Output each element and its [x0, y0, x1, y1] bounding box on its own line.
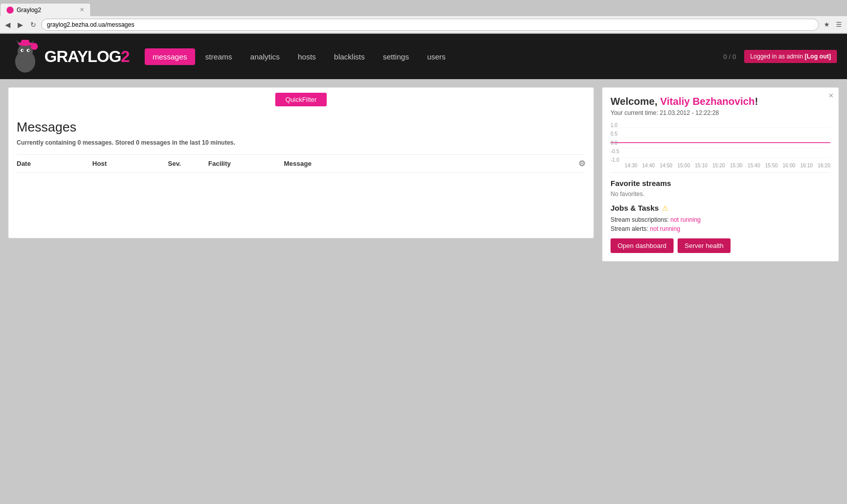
col-settings: ⚙: [570, 159, 585, 168]
server-health-button[interactable]: Server health: [678, 238, 731, 253]
warning-icon: ⚠: [662, 204, 669, 212]
username: Vitaliy Bezhanovich: [660, 96, 755, 107]
open-dashboard-button[interactable]: Open dashboard: [611, 238, 674, 253]
logout-link[interactable]: [Log out]: [805, 53, 831, 60]
browser-tab[interactable]: Graylog2 ✕: [0, 3, 91, 16]
svg-point-6: [22, 50, 24, 51]
address-bar[interactable]: [41, 19, 819, 31]
logo-2: 2: [121, 47, 130, 66]
main-content: QuickFilter Messages Currently containin…: [0, 79, 847, 270]
chart-y-labels: 1.0 0.5 0.0 -0.5 -1.0: [611, 122, 625, 163]
tab-favicon: [7, 7, 14, 14]
messages-body: Messages Currently containing 0 messages…: [9, 111, 593, 181]
tab-close-btn[interactable]: ✕: [80, 7, 84, 13]
svg-point-10: [31, 43, 38, 50]
messages-table: Date Host Sev. Facility Message ⚙: [17, 154, 585, 173]
stream-subscriptions-info: Stream subscriptions: not running: [611, 216, 830, 223]
logo-text: GRAYLOG2: [44, 47, 130, 66]
login-info: Logged in as admin [Log out]: [744, 50, 837, 63]
nav-menu: messages streams analytics hosts blackli…: [145, 48, 723, 65]
quickfilter-bar: QuickFilter: [9, 88, 593, 111]
panel-body: Welcome, Vitaliy Bezhanovich! Your curre…: [602, 88, 838, 261]
welcome-title: Welcome, Vitaliy Bezhanovich!: [611, 96, 830, 107]
svg-point-7: [28, 50, 30, 51]
table-settings-icon[interactable]: ⚙: [578, 159, 585, 168]
svg-rect-9: [21, 40, 29, 45]
sidebar-panel: × Welcome, Vitaliy Bezhanovich! Your cur…: [602, 87, 839, 262]
stream-alerts-status: not running: [650, 225, 680, 232]
stream-alerts-info: Stream alerts: not running: [611, 225, 830, 232]
message-count-1: 0: [78, 139, 81, 146]
back-button[interactable]: ◀: [3, 20, 13, 30]
panel-close-button[interactable]: ×: [829, 92, 833, 100]
login-text: Logged in as admin: [750, 53, 803, 60]
bookmark-button[interactable]: ★: [822, 20, 832, 29]
browser-chrome: Graylog2 ✕ ◀ ▶ ↻ ★ ☰: [0, 0, 847, 34]
stream-subscriptions-status: not running: [671, 216, 701, 223]
messages-title: Messages: [17, 119, 585, 135]
current-time: Your current time: 21.03.2012 - 12:22:28: [611, 109, 830, 116]
browser-actions: ★ ☰: [822, 20, 844, 29]
col-header-sev: Sev.: [168, 160, 208, 167]
message-counter: 0 / 0: [723, 53, 736, 60]
header-right: 0 / 0 Logged in as admin [Log out]: [723, 50, 837, 63]
forward-button[interactable]: ▶: [16, 20, 25, 30]
graylog-logo-icon: [10, 39, 40, 74]
svg-point-1: [18, 44, 33, 59]
browser-toolbar: ◀ ▶ ↻ ★ ☰: [0, 16, 847, 33]
col-header-message: Message: [284, 160, 570, 167]
nav-settings[interactable]: settings: [375, 48, 417, 65]
no-favorites: No favorites.: [611, 191, 830, 198]
browser-settings-button[interactable]: ☰: [834, 20, 844, 29]
jobs-tasks-section: Jobs & Tasks ⚠: [611, 204, 830, 212]
messages-panel: QuickFilter Messages Currently containin…: [8, 87, 594, 238]
tab-title: Graylog2: [17, 7, 41, 14]
jobs-tasks-label: Jobs & Tasks: [611, 204, 659, 212]
favorite-streams-title: Favorite streams: [611, 179, 830, 187]
nav-blacklists[interactable]: blacklists: [326, 48, 373, 65]
col-header-date: Date: [17, 160, 92, 167]
app-header: GRAYLOG2 messages streams analytics host…: [0, 34, 847, 79]
panel-buttons: Open dashboard Server health: [611, 238, 830, 253]
nav-users[interactable]: users: [419, 48, 454, 65]
nav-streams[interactable]: streams: [197, 48, 240, 65]
messages-subtitle: Currently containing 0 messages. Stored …: [17, 139, 585, 146]
quickfilter-button[interactable]: QuickFilter: [275, 93, 327, 106]
nav-messages[interactable]: messages: [145, 48, 195, 65]
chart-svg: [611, 122, 830, 163]
logo-area: GRAYLOG2: [10, 39, 130, 74]
chart-x-labels: 14:30 14:40 14:50 15:00 15:10 15:20 15:3…: [611, 163, 830, 168]
col-header-host: Host: [92, 160, 168, 167]
message-count-2: 0: [136, 139, 140, 146]
tab-bar: Graylog2 ✕: [0, 0, 847, 16]
table-header: Date Host Sev. Facility Message ⚙: [17, 155, 585, 173]
chart-container: 1.0 0.5 0.0 -0.5 -1.0: [611, 122, 830, 173]
nav-hosts[interactable]: hosts: [290, 48, 324, 65]
reload-button[interactable]: ↻: [28, 20, 38, 30]
col-header-facility: Facility: [208, 160, 284, 167]
nav-analytics[interactable]: analytics: [242, 48, 287, 65]
